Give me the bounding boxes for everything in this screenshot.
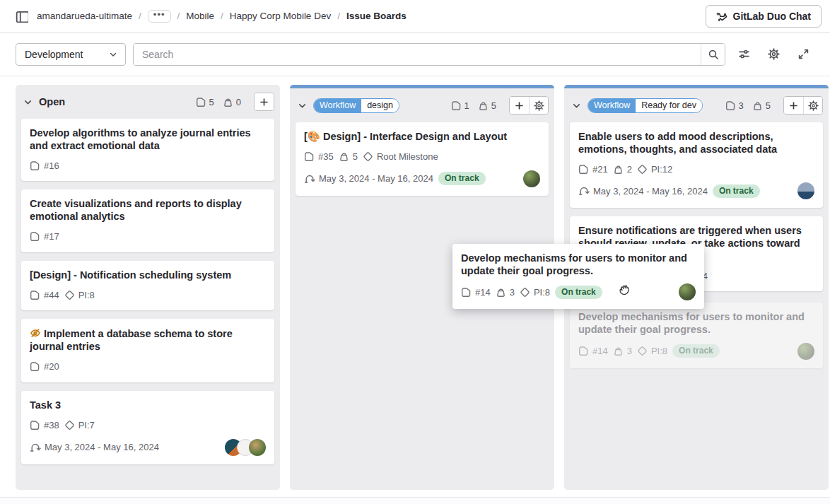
list-settings-button[interactable] xyxy=(529,97,548,114)
issue-count: 1 xyxy=(464,100,469,111)
filter-sliders-button[interactable] xyxy=(732,43,755,66)
collapse-chevron-icon[interactable] xyxy=(571,100,582,111)
plus-icon xyxy=(514,100,525,111)
collapse-chevron-icon[interactable] xyxy=(297,100,308,111)
duo-chat-icon xyxy=(716,11,727,22)
column-counts: 1 5 xyxy=(451,100,496,111)
issue-ref: #44 xyxy=(44,290,59,300)
issue-card[interactable]: [🎨 Design] - Interface Design and Layout… xyxy=(296,122,549,196)
health-status-badge: On track xyxy=(672,344,720,358)
board-settings-button[interactable] xyxy=(762,43,785,66)
label-scope: Workflow xyxy=(314,99,361,112)
issue-card[interactable]: Enable users to add mood descriptions, e… xyxy=(570,122,823,208)
scoped-label: Workflow design xyxy=(313,98,399,113)
milestone-icon xyxy=(520,287,530,298)
avatar[interactable] xyxy=(797,182,814,199)
column-header: Workflow Ready for dev 3 5 xyxy=(564,88,829,121)
issue-count-icon xyxy=(725,100,736,111)
breadcrumb-ellipsis-button[interactable]: ••• xyxy=(148,10,171,23)
breadcrumb-current-page: Issue Boards xyxy=(346,11,407,21)
breadcrumb: amandarueda-ultimate / ••• / Mobile / Ha… xyxy=(37,10,407,23)
label-value: Ready for dev xyxy=(636,99,702,112)
search-button[interactable] xyxy=(701,44,725,65)
iteration-dates: May 3, 2024 - May 16, 2024 xyxy=(319,173,433,184)
health-status-badge: On track xyxy=(555,286,602,299)
issue-card[interactable]: Develop algorithms to analyze journal en… xyxy=(21,119,274,181)
milestone-icon xyxy=(64,290,75,300)
issue-title: Develop mechanisms for users to monitor … xyxy=(578,311,814,336)
issue-ref: #20 xyxy=(44,361,59,372)
add-issue-button[interactable] xyxy=(510,97,529,114)
gear-icon xyxy=(808,100,819,111)
sliders-icon xyxy=(738,48,750,60)
iteration-dates: May 3, 2024 - May 16, 2024 xyxy=(593,186,708,197)
issue-card-confidential[interactable]: Implement a database schema to store jou… xyxy=(21,319,274,382)
issue-type-icon xyxy=(30,420,40,430)
card-list: Develop algorithms to analyze journal en… xyxy=(16,117,280,470)
issue-ref: #17 xyxy=(44,231,59,242)
issue-type-icon xyxy=(30,361,40,372)
milestone-label: PI:7 xyxy=(78,420,95,430)
iteration-icon xyxy=(578,185,590,197)
collapse-chevron-icon[interactable] xyxy=(23,97,33,107)
fullscreen-toggle-button[interactable] xyxy=(792,43,814,66)
duo-chat-label: GitLab Duo Chat xyxy=(733,11,811,22)
issue-type-icon xyxy=(304,151,315,162)
chevron-down-icon xyxy=(108,49,118,59)
column-actions xyxy=(254,93,274,111)
health-status-badge: On track xyxy=(438,172,486,185)
issue-title: Implement a database schema to store jou… xyxy=(30,327,266,353)
milestone-icon xyxy=(637,346,648,356)
issue-type-icon xyxy=(578,164,589,175)
issue-count: 5 xyxy=(209,97,214,107)
breadcrumb-group[interactable]: Mobile xyxy=(186,11,214,21)
list-settings-button[interactable] xyxy=(803,97,822,114)
issue-title: Enable users to add mood descriptions, e… xyxy=(578,131,814,156)
issue-card[interactable]: Task 3 #38 PI:7 May 3, 2024 - May 16, 20… xyxy=(21,391,274,464)
dragged-issue-card[interactable]: Develop mechanisms for users to monitor … xyxy=(452,244,704,309)
assignee-avatars xyxy=(225,439,266,456)
issue-title: Create visualizations and reports to dis… xyxy=(30,198,266,223)
avatar[interactable] xyxy=(523,170,540,187)
label-scope: Workflow xyxy=(588,99,636,112)
breadcrumb-project[interactable]: amandarueda-ultimate xyxy=(37,11,132,21)
board-switcher-dropdown[interactable]: Development xyxy=(16,43,126,66)
label-value: design xyxy=(361,99,399,112)
search-input[interactable] xyxy=(134,44,701,65)
milestone-label: PI:8 xyxy=(651,346,667,356)
breadcrumb-subgroup[interactable]: Happy Corp Mobile Dev xyxy=(230,11,331,21)
issue-card-drag-placeholder: Develop mechanisms for users to monitor … xyxy=(570,303,823,368)
column-header: Open 5 0 xyxy=(16,85,280,117)
card-list: [🎨 Design] - Interface Design and Layout… xyxy=(290,121,554,201)
issue-card[interactable]: [Design] - Notification scheduling syste… xyxy=(21,261,274,311)
gear-icon xyxy=(768,48,780,60)
issue-weight: 3 xyxy=(510,287,515,298)
milestone-icon xyxy=(637,164,648,175)
issue-weight: 5 xyxy=(353,151,358,162)
plus-icon xyxy=(788,100,799,111)
issue-card[interactable]: Create visualizations and reports to dis… xyxy=(21,189,274,252)
column-title: Open xyxy=(39,96,65,107)
weight-count: 0 xyxy=(236,97,241,107)
avatar[interactable] xyxy=(249,439,266,456)
iteration-icon xyxy=(304,173,315,184)
issue-board: Open 5 0 Develop algorithms to analyze j… xyxy=(0,76,830,497)
gitlab-duo-chat-button[interactable]: GitLab Duo Chat xyxy=(706,5,822,28)
weight-count: 5 xyxy=(766,100,771,111)
milestone-icon xyxy=(363,151,373,162)
breadcrumb-bar: amandarueda-ultimate / ••• / Mobile / Ha… xyxy=(0,0,830,33)
issue-ref: #16 xyxy=(44,160,59,171)
weight-icon xyxy=(496,287,506,298)
health-status-badge: On track xyxy=(713,184,760,198)
iteration-dates: May 3, 2024 - May 16, 2024 xyxy=(45,442,159,452)
add-issue-button[interactable] xyxy=(784,97,803,114)
issue-title: [🎨 Design] - Interface Design and Layout xyxy=(304,131,540,143)
add-issue-button[interactable] xyxy=(255,93,274,110)
milestone-label: PI:8 xyxy=(534,287,550,298)
sidebar-toggle-icon[interactable] xyxy=(16,10,28,23)
column-header: Workflow design 1 5 xyxy=(290,88,554,121)
gear-icon xyxy=(534,100,544,111)
issue-type-icon xyxy=(30,160,40,171)
weight-icon xyxy=(752,100,763,111)
scoped-label: Workflow Ready for dev xyxy=(588,98,703,113)
